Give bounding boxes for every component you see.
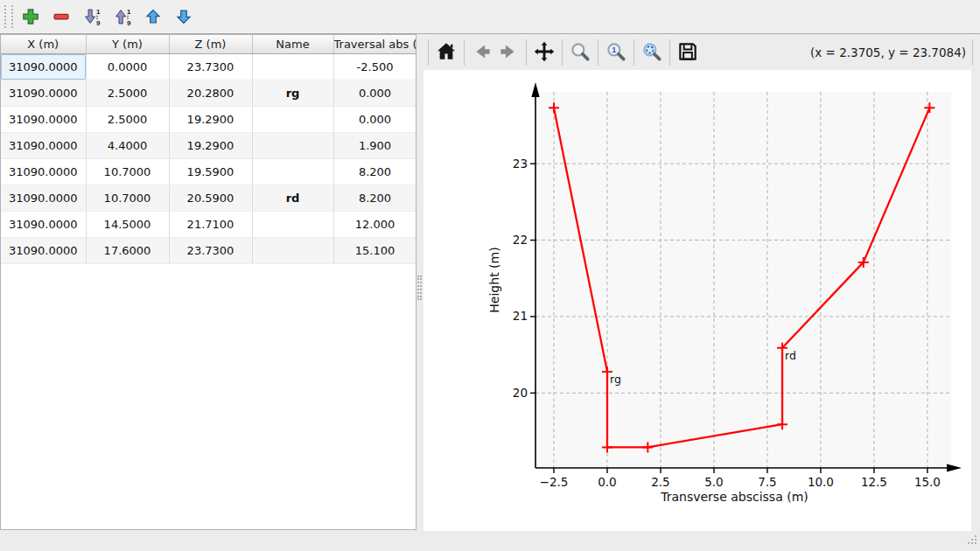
table-cell-name[interactable]: [252, 212, 333, 238]
home-button[interactable]: [433, 38, 459, 66]
table-cell-name[interactable]: [252, 54, 333, 80]
table-row: 31090.000010.700020.5900rd8.200: [1, 185, 416, 212]
table-cell-abs[interactable]: 1.900: [333, 133, 416, 159]
table-cell-abs[interactable]: 8.200: [333, 159, 416, 185]
add-row-button[interactable]: [18, 3, 44, 30]
table-cell-z[interactable]: 23.7300: [169, 238, 252, 264]
table-cell-y[interactable]: 2.5000: [86, 107, 169, 133]
table-cell-y[interactable]: 10.7000: [86, 159, 169, 185]
table-cell-x[interactable]: 31090.0000: [1, 133, 86, 159]
y-tick-label: 21: [513, 309, 528, 323]
table-cell-x[interactable]: 31090.0000: [1, 238, 86, 264]
x-tick-label: 10.0: [808, 475, 834, 489]
table-cell-abs[interactable]: 12.000: [333, 212, 416, 238]
main-toolbar: 1 9 1 9: [0, 0, 980, 34]
table-row: 31090.00004.400019.29001.900: [1, 133, 416, 159]
table-cell-x[interactable]: 31090.0000: [1, 212, 86, 238]
table-cell-name[interactable]: rg: [252, 80, 333, 107]
plot-toolbar: 1 (x = 2.3705, y = 23.7084): [424, 35, 980, 70]
table-cell-name[interactable]: [252, 159, 333, 185]
zoom-one-button[interactable]: 1: [603, 38, 629, 66]
svg-text:1: 1: [127, 8, 131, 16]
table-cell-name[interactable]: [252, 133, 333, 159]
column-header-y[interactable]: Y (m): [86, 35, 169, 54]
zoom-fit-button[interactable]: [639, 38, 665, 66]
resize-grip-icon[interactable]: [965, 533, 978, 549]
forward-button[interactable]: [495, 38, 522, 66]
table-cell-name[interactable]: [252, 238, 333, 264]
pan-button[interactable]: [531, 38, 557, 66]
minus-icon: [52, 7, 71, 26]
plus-icon: [21, 7, 40, 26]
point-label: rd: [785, 349, 796, 362]
separator: [669, 39, 670, 66]
move-row-up-button[interactable]: [140, 3, 166, 30]
separator: [598, 39, 598, 66]
table-cell-abs[interactable]: -2.500: [333, 54, 416, 80]
arrow-left-icon: [471, 40, 494, 66]
floppy-icon: [676, 40, 699, 66]
back-button[interactable]: [469, 38, 495, 66]
table-cell-abs[interactable]: 8.200: [333, 185, 416, 212]
table-row: 31090.00000.000023.7300-2.500: [1, 54, 416, 80]
table-cell-name[interactable]: rd: [252, 185, 333, 212]
x-tick-label: 12.5: [861, 475, 887, 489]
x-axis-arrow-icon: [947, 464, 962, 471]
table-cell-abs[interactable]: 15.100: [333, 238, 416, 264]
table-cell-x[interactable]: 31090.0000: [1, 159, 86, 185]
point-label: rg: [610, 373, 621, 386]
column-header-abs[interactable]: Traversal abs (m): [333, 35, 416, 54]
column-header-name[interactable]: Name: [252, 35, 333, 54]
x-axis-label: Transverse abscissa (m): [660, 490, 808, 504]
table-cell-y[interactable]: 17.6000: [86, 238, 169, 264]
table-cell-abs[interactable]: 0.000: [333, 80, 416, 107]
status-bar: [0, 531, 980, 551]
table-row: 31090.000010.700019.59008.200: [1, 159, 416, 185]
column-header-x[interactable]: X (m): [1, 35, 86, 54]
zoom-button[interactable]: [567, 38, 593, 66]
sort-up-1-9-icon: 1 9: [113, 7, 132, 26]
table-cell-y[interactable]: 10.7000: [86, 185, 169, 212]
table-cell-name[interactable]: [252, 107, 333, 133]
sort-descending-button[interactable]: 1 9: [109, 3, 136, 30]
x-tick-label: 15.0: [914, 475, 941, 489]
move-icon: [533, 40, 556, 66]
sort-down-1-9-icon: 1 9: [82, 7, 102, 26]
magnifier-1-icon: 1: [605, 40, 627, 66]
separator: [972, 39, 973, 66]
move-row-down-button[interactable]: [171, 3, 197, 30]
table-cell-z[interactable]: 19.2900: [169, 107, 252, 133]
table-cell-x[interactable]: 31090.0000: [1, 54, 86, 80]
remove-row-button[interactable]: [48, 3, 74, 30]
table-cell-abs[interactable]: 0.000: [333, 107, 416, 133]
table-cell-z[interactable]: 20.5900: [169, 185, 252, 212]
table-cell-z[interactable]: 19.5900: [169, 159, 252, 185]
splitter-handle-icon[interactable]: [417, 276, 422, 300]
save-figure-button[interactable]: [675, 38, 701, 66]
cursor-coordinates: (x = 2.3705, y = 23.7084): [810, 35, 966, 70]
table-cell-y[interactable]: 0.0000: [86, 54, 169, 80]
table-cell-y[interactable]: 2.5000: [86, 80, 169, 107]
table-cell-z[interactable]: 19.2900: [169, 133, 252, 159]
table-cell-x[interactable]: 31090.0000: [1, 185, 86, 212]
table-cell-z[interactable]: 21.7100: [169, 212, 252, 238]
x-tick-label: 5.0: [704, 475, 723, 489]
table-cell-y[interactable]: 14.5000: [86, 212, 169, 238]
table-header-row: X (m)Y (m)Z (m)NameTraversal abs (m): [1, 35, 416, 54]
plot-background: [536, 92, 951, 468]
panel-splitter[interactable]: [416, 34, 424, 531]
sort-ascending-button[interactable]: 1 9: [79, 3, 105, 30]
y-axis-arrow-icon: [531, 82, 539, 97]
cross-section-plot-panel[interactable]: −2.50.02.55.07.510.012.515.020212223Tran…: [424, 70, 971, 531]
table-cell-z[interactable]: 20.2800: [169, 80, 252, 107]
cross-section-chart[interactable]: −2.50.02.55.07.510.012.515.020212223Tran…: [424, 70, 971, 531]
table-cell-x[interactable]: 31090.0000: [1, 107, 86, 133]
toolbar-drag-handle[interactable]: [4, 5, 13, 28]
arrow-down-icon: [175, 8, 192, 25]
column-header-z[interactable]: Z (m): [169, 35, 252, 54]
table-cell-y[interactable]: 4.4000: [86, 133, 169, 159]
table-cell-z[interactable]: 23.7300: [169, 54, 252, 80]
table-row: 31090.000014.500021.710012.000: [1, 212, 416, 238]
table-cell-x[interactable]: 31090.0000: [1, 80, 86, 107]
y-axis-label: Height (m): [487, 247, 501, 312]
